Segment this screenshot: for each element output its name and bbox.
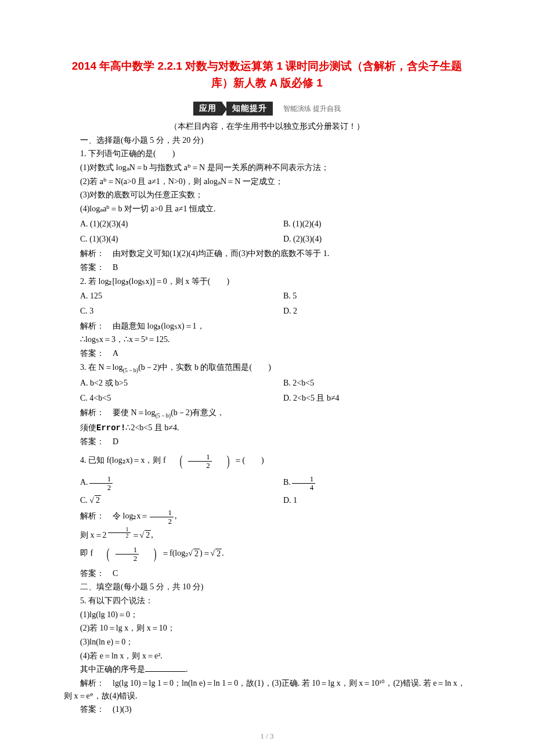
q5-answer: 答案： (1)(3) bbox=[64, 703, 470, 716]
q1-s3: (3)对数的底数可以为任意正实数； bbox=[64, 189, 470, 201]
q1-optD: D. (2)(3)(4) bbox=[267, 233, 470, 246]
q2-explain1: 解析： 由题意知 log₃(log₅x)＝1， bbox=[64, 320, 470, 333]
note: （本栏目内容，在学生用书中以独立形式分册装订！） bbox=[64, 120, 470, 133]
q5-s4: (4)若 e＝ln x，则 x＝e². bbox=[64, 650, 470, 663]
q3-optD: D. 2<b<5 且 b≠4 bbox=[267, 392, 470, 405]
q3-optC: C. 4<b<5 bbox=[64, 392, 267, 405]
q5-s3: (3)ln(ln e)＝0； bbox=[64, 636, 470, 649]
q2-optA: A. 125 bbox=[64, 290, 267, 303]
q1-s1: (1)对数式 logₐN＝b 与指数式 aᵇ＝N 是同一关系的两种不同表示方法； bbox=[64, 161, 470, 174]
section1-heading: 一、选择题(每小题 5 分，共 20 分) bbox=[64, 134, 470, 147]
q5-explain: 解析： lg(lg 10)＝lg 1＝0；ln(ln e)＝ln 1＝0，故(1… bbox=[64, 677, 470, 702]
q1-s2: (2)若 aᵇ＝N(a>0 且 a≠1，N>0)，则 alogₐN＝N 一定成立… bbox=[64, 175, 470, 188]
q4-explain1: 解析： 令 log₂x＝12, bbox=[64, 509, 470, 525]
q2-optD: D. 2 bbox=[267, 305, 470, 318]
q2-stem: 2. 若 log₂[log₃(log₅x)]＝0，则 x 等于( ) bbox=[64, 275, 470, 288]
banner-sub: 智能演练 提升自我 bbox=[283, 105, 341, 113]
q3-stem: 3. 在 N＝log(5－b)(b－2)中，实数 b 的取值范围是( ) bbox=[64, 361, 470, 375]
q3-answer: 答案： D bbox=[64, 435, 470, 448]
error-text: Error! bbox=[96, 423, 125, 433]
q4-optC: C. √2 bbox=[64, 494, 267, 507]
q1-s4: (4)logₐaᵇ＝b 对一切 a>0 且 a≠1 恒成立. bbox=[64, 203, 470, 215]
q1-stem: 1. 下列语句正确的是( ) bbox=[64, 147, 470, 160]
q5-tail: 其中正确的序号是. bbox=[64, 663, 470, 676]
q1-optA: A. (1)(2)(3)(4) bbox=[64, 218, 267, 231]
section2-heading: 二、填空题(每小题 5 分，共 10 分) bbox=[64, 581, 470, 593]
q2-explain2: ∴log₅x＝3，∴x＝5³＝125. bbox=[64, 333, 470, 346]
q2-optB: B. 5 bbox=[267, 290, 470, 303]
q5-s1: (1)lg(lg 10)＝0； bbox=[64, 609, 470, 621]
q5-s2: (2)若 10＝lg x，则 x＝10； bbox=[64, 622, 470, 635]
q4-stem: 4. 已知 f(log₂x)＝x，则 f(12)＝( ) bbox=[64, 449, 470, 473]
q1-explain: 解析： 由对数定义可知(1)(2)(4)均正确，而(3)中对数的底数不等于 1. bbox=[64, 247, 470, 260]
q3-optB: B. 2<b<5 bbox=[267, 377, 470, 390]
q1-optC: C. (1)(3)(4) bbox=[64, 233, 267, 246]
fill-blank bbox=[145, 663, 186, 672]
q4-optD: D. 1 bbox=[267, 494, 470, 507]
page-title: 2014 年高中数学 2.2.1 对数与对数运算第 1 课时同步测试（含解析，含… bbox=[64, 58, 470, 91]
q5-stem: 5. 有以下四个说法： bbox=[64, 595, 470, 607]
q1-optB: B. (1)(2)(4) bbox=[267, 218, 470, 231]
q3-explain2: 须使Error!∴2<b<5 且 b≠4. bbox=[64, 422, 470, 435]
banner-right: 知能提升 bbox=[226, 102, 273, 116]
page-number: 1 / 3 bbox=[0, 732, 534, 741]
q4-explain2: 则 x＝212＝√2, bbox=[64, 527, 470, 542]
banner: 应用 知能提升 智能演练 提升自我 bbox=[64, 102, 470, 116]
q2-answer: 答案： A bbox=[64, 347, 470, 360]
q4-optA: A.12 bbox=[64, 475, 267, 491]
banner-left: 应用 bbox=[193, 102, 222, 116]
q4-answer: 答案： C bbox=[64, 567, 470, 580]
q2-optC: C. 3 bbox=[64, 305, 267, 318]
q1-answer: 答案： B bbox=[64, 261, 470, 274]
q4-optB: B.14 bbox=[267, 475, 470, 491]
q4-explain3: 即 f(12)＝f(log₂√2)＝√2. bbox=[64, 542, 470, 566]
q3-explain1: 解析： 要使 N＝log(5－b)(b－2)有意义， bbox=[64, 406, 470, 420]
q3-optA: A. b<2 或 b>5 bbox=[64, 377, 267, 390]
